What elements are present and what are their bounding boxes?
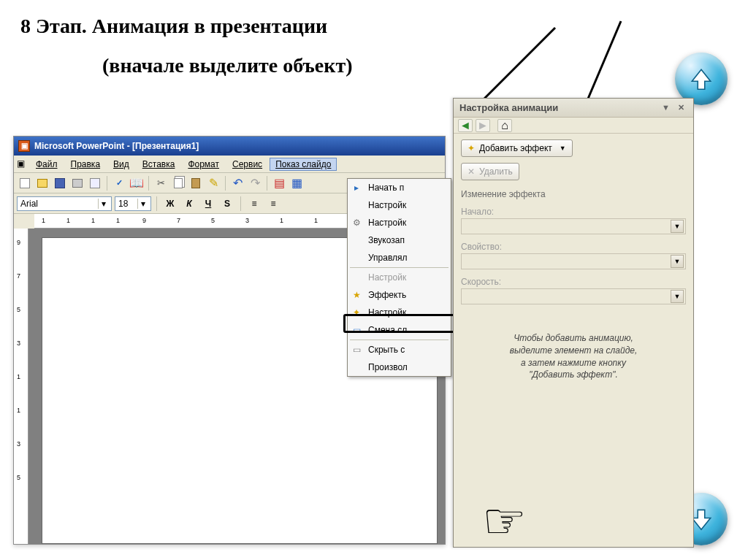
start-combo: ▼ <box>461 218 686 234</box>
property-combo: ▼ <box>461 253 686 269</box>
copy-button[interactable] <box>170 175 186 191</box>
toolbar-sep <box>156 196 157 211</box>
menu-item: Настройк <box>348 269 451 286</box>
toolbar-sep <box>225 176 226 191</box>
star-icon: ✦ <box>468 143 475 153</box>
chevron-down-icon: ▾ <box>98 199 108 209</box>
animation-pane: Настройка анимации ▼ ✕ ◄ ► ⌂ ✦ Добавить … <box>453 98 694 548</box>
print-icon <box>72 179 83 188</box>
cut-button[interactable]: ✂ <box>153 175 169 191</box>
toolbar-sep <box>148 176 149 191</box>
menu-item-animation-setup[interactable]: ✦ Настройк <box>348 304 451 321</box>
paste-button[interactable] <box>188 175 204 191</box>
arrow-up-icon <box>687 65 715 93</box>
slide-subtitle: (вначале выделите объект) <box>102 54 353 77</box>
menu-item[interactable]: Управлял <box>348 249 451 266</box>
menu-item-label: Настройк <box>368 307 406 318</box>
insert-table-button[interactable]: ▦ <box>289 175 305 191</box>
align-center-button[interactable]: ≡ <box>265 196 281 212</box>
redo-button[interactable]: ↷ <box>247 175 263 191</box>
menu-item-label: Произвол <box>368 362 408 372</box>
hint-text: Чтобы добавить анимацию, выделите элемен… <box>489 332 657 381</box>
italic-button[interactable]: К <box>181 196 197 212</box>
size-value: 18 <box>118 199 137 209</box>
align-left-button[interactable]: ≡ <box>246 196 262 212</box>
nav-forward-button[interactable]: ► <box>476 119 490 132</box>
menu-item[interactable]: Звукозап <box>348 231 451 249</box>
nav-back-button[interactable]: ◄ <box>458 119 473 132</box>
undo-button[interactable]: ↶ <box>229 175 245 191</box>
speed-label: Скорость: <box>461 277 686 287</box>
menu-slideshow[interactable]: Показ слайдо <box>270 158 337 171</box>
delete-icon: ✕ <box>468 166 475 177</box>
menu-item[interactable]: Настройк <box>348 196 451 214</box>
slideshow-dropdown: ▸ Начать п Настройк ⚙ Настройк Звукозап … <box>347 178 451 377</box>
toolbar-sep <box>107 176 107 191</box>
blank-icon <box>349 360 364 375</box>
print-button[interactable] <box>69 175 85 191</box>
chevron-down-icon: ▾ <box>137 199 148 209</box>
hand-pointer-icon: ☞ <box>482 492 527 550</box>
shadow-button[interactable]: S <box>219 196 235 212</box>
new-icon <box>20 178 30 188</box>
gear-icon: ⚙ <box>349 215 364 230</box>
paste-icon <box>191 178 200 188</box>
size-combo[interactable]: 18 ▾ <box>115 196 151 211</box>
save-button[interactable] <box>52 175 68 191</box>
menu-item[interactable]: ★ Эффекть <box>348 286 451 304</box>
pane-nav: ◄ ► ⌂ <box>454 118 693 134</box>
speed-row: Скорость: ▼ <box>461 277 686 304</box>
save-icon <box>55 178 65 188</box>
format-painter-button[interactable]: ✎ <box>205 175 221 191</box>
preview-button[interactable] <box>87 175 103 191</box>
font-combo[interactable]: Arial ▾ <box>17 196 112 211</box>
menu-edit[interactable]: Правка <box>65 158 107 171</box>
slide-title: 8 Этап. Анимация в презентации <box>20 15 327 38</box>
spell-button[interactable]: ✓ <box>111 175 127 191</box>
pane-header: Настройка анимации ▼ ✕ <box>454 99 693 118</box>
menu-item-label: Смена сл <box>368 325 407 335</box>
speed-combo: ▼ <box>461 288 686 304</box>
app-icon: ▣ <box>17 158 28 170</box>
menu-view[interactable]: Вид <box>107 158 135 171</box>
pane-body: ✦ Добавить эффект ▼ ✕ Удалить Изменение … <box>454 134 693 387</box>
menu-item[interactable]: ⚙ Настройк <box>348 214 451 231</box>
open-button[interactable] <box>34 175 50 191</box>
blank-icon <box>349 250 364 265</box>
pane-header-controls[interactable]: ▼ ✕ <box>662 103 687 112</box>
star-gear-icon: ✦ <box>349 305 364 320</box>
menu-item-label: Звукозап <box>368 235 405 245</box>
insert-chart-button[interactable]: ▤ <box>271 175 287 191</box>
chevron-down-icon: ▼ <box>671 290 684 303</box>
menu-item[interactable]: ▸ Начать п <box>348 179 451 196</box>
add-effect-button[interactable]: ✦ Добавить эффект ▼ <box>461 139 573 157</box>
menu-format[interactable]: Формат <box>182 158 225 171</box>
open-icon <box>37 179 47 188</box>
ruler-vertical: 9 7 5 3 1 1 3 5 <box>14 229 28 544</box>
menu-item[interactable]: Произвол <box>348 358 451 376</box>
research-button[interactable]: 📖 <box>129 175 145 191</box>
menu-file[interactable]: Файл <box>30 158 64 171</box>
menu-item[interactable]: ▭ Смена сл <box>348 321 451 339</box>
menu-item-label: Настройк <box>368 272 406 283</box>
property-row: Свойство: ▼ <box>461 242 686 269</box>
font-value: Arial <box>20 199 98 209</box>
menu-item-label: Эффекть <box>368 290 406 300</box>
blank-icon <box>349 198 364 212</box>
menu-insert[interactable]: Вставка <box>137 158 181 171</box>
toolbar-sep <box>240 196 241 211</box>
menu-separator <box>350 267 449 268</box>
nav-home-button[interactable]: ⌂ <box>497 119 512 132</box>
transition-icon: ▭ <box>349 323 364 337</box>
menu-tools[interactable]: Сервис <box>226 158 268 171</box>
hide-icon: ▭ <box>349 342 364 357</box>
underline-button[interactable]: Ч <box>200 196 216 212</box>
menu-item-label: Настройк <box>368 200 406 210</box>
play-icon: ▸ <box>349 180 364 195</box>
property-label: Свойство: <box>461 242 686 252</box>
new-button[interactable] <box>17 175 33 191</box>
bold-button[interactable]: Ж <box>162 196 178 212</box>
start-label: Начало: <box>461 207 686 217</box>
svg-line-0 <box>482 28 555 101</box>
menu-item[interactable]: ▭ Скрыть с <box>348 341 451 358</box>
